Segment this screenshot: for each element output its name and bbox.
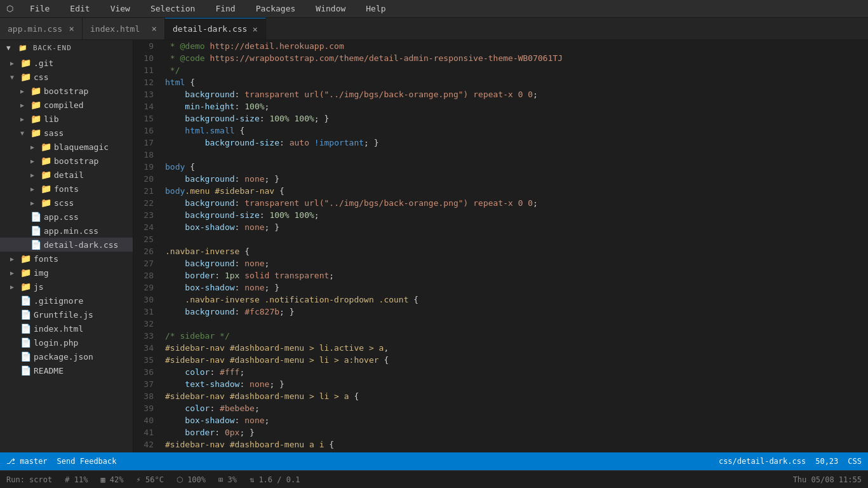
tab-app-min-css[interactable]: app.min.css × <box>0 18 83 39</box>
network-speed: ⇅ 1.6 / 0.1 <box>250 475 300 484</box>
code-line: #sidebar-nav #dashboard-menu > li.active… <box>165 342 862 354</box>
menu-selection[interactable]: Selection <box>147 3 199 15</box>
folder-icon: 📁 <box>20 268 31 278</box>
folder-icon: 📁 <box>41 170 51 180</box>
sidebar-item-detail-dark-css[interactable]: 📄 detail-dark.css <box>0 238 133 252</box>
file-icon: 📄 <box>20 337 31 348</box>
file-icon: 📄 <box>30 212 41 222</box>
sidebar-item-label: bootstrap <box>44 86 88 96</box>
language-mode[interactable]: CSS <box>848 457 862 466</box>
feedback-button[interactable]: Send Feedback <box>57 457 117 466</box>
sidebar-item-label: lib <box>44 114 58 124</box>
file-icon: 📄 <box>30 226 41 236</box>
sidebar-item-gitignore[interactable]: 📄 .gitignore <box>0 294 133 308</box>
code-line: .navbar-inverse .notification-dropdown .… <box>165 294 862 306</box>
sidebar-item-lib[interactable]: ▶ 📁 lib <box>0 112 133 126</box>
code-line: box-shadow: none; <box>165 414 862 426</box>
sidebar-item-package-json[interactable]: 📄 package.json <box>0 349 133 363</box>
sidebar-item-fonts[interactable]: ▶ 📁 fonts <box>0 252 133 266</box>
datetime: Thu 05/08 11:55 <box>793 475 862 484</box>
branch-label: master <box>20 457 47 466</box>
menu-file[interactable]: File <box>26 3 53 15</box>
sidebar-item-index-html[interactable]: 📄 index.html <box>0 322 133 336</box>
close-icon[interactable]: × <box>152 24 157 34</box>
sidebar-item-readme[interactable]: 📄 README <box>0 363 133 377</box>
code-line: body.menu #sidebar-nav { <box>165 185 862 197</box>
temp-icon: ⚡ <box>137 475 145 484</box>
sidebar-item-detail[interactable]: ▶ 📁 detail <box>0 168 133 182</box>
sidebar-item-label: bootstrap <box>54 156 98 166</box>
file-icon: 📄 <box>20 295 31 306</box>
sidebar-item-gruntfile[interactable]: 📄 Gruntfile.js <box>0 308 133 322</box>
bottom-bar: Run: scrot # 11% ▦ 42% ⚡ 56°C ⬡ 100% ⊞ 3… <box>0 470 868 488</box>
sidebar-item-label: .gitignore <box>34 296 83 306</box>
sidebar-item-label: package.json <box>34 352 93 362</box>
line-numbers: 910111213 1415161718 1920212223 24252627… <box>133 40 159 452</box>
code-line: * @demo http://detail.herokuapp.com <box>165 40 862 52</box>
battery-icon: ⬡ <box>177 475 187 484</box>
sidebar-item-label: .git <box>34 58 53 68</box>
tab-index-html[interactable]: index.html × <box>83 18 165 39</box>
file-icon: 📄 <box>20 351 31 362</box>
code-line: #sidebar-nav #dashboard-menu a i { <box>165 438 862 451</box>
menu-view[interactable]: View <box>107 3 134 15</box>
menu-help[interactable]: Help <box>362 3 389 15</box>
sidebar-item-label: scss <box>54 198 74 208</box>
mem2-icon: ⊞ <box>218 475 227 484</box>
sidebar-header: ▼ 📁 back-end <box>0 40 133 56</box>
sidebar-item-sass-bootstrap[interactable]: ▶ 📁 bootstrap <box>0 154 133 168</box>
close-icon[interactable]: × <box>69 24 74 34</box>
status-left: ⎇ master Send Feedback <box>6 457 117 466</box>
arrow-icon: ▶ <box>30 200 41 207</box>
code-editor[interactable]: 910111213 1415161718 1920212223 24252627… <box>133 40 868 452</box>
folder-icon: 📁 <box>30 114 41 124</box>
close-icon[interactable]: × <box>252 24 257 34</box>
tab-bar: app.min.css × index.html × detail-dark.c… <box>0 18 868 40</box>
menu-edit[interactable]: Edit <box>66 3 93 15</box>
sidebar-item-sass-fonts[interactable]: ▶ 📁 fonts <box>0 182 133 196</box>
code-line: text-shadow: none; } <box>165 378 862 390</box>
main-area: ▼ 📁 back-end ▶ 📁 .git ▼ 📁 css ▶ 📁 bootst… <box>0 40 868 452</box>
code-line <box>165 318 862 330</box>
sidebar-item-label: sass <box>44 128 63 138</box>
sidebar-item-js[interactable]: ▶ 📁 js <box>0 280 133 294</box>
git-branch[interactable]: ⎇ master <box>6 457 48 466</box>
memory-percent: ▦ 42% <box>100 475 123 484</box>
sidebar-item-label: detail-dark.css <box>44 240 118 250</box>
code-line: /* sidebar */ <box>165 330 862 342</box>
folder-icon: 📁 <box>20 58 31 68</box>
file-icon: 📄 <box>30 240 41 250</box>
sidebar-item-login-php[interactable]: 📄 login.php <box>0 336 133 349</box>
tab-detail-dark-css[interactable]: detail-dark.css × <box>165 18 266 39</box>
code-line: html { <box>165 76 862 88</box>
temperature: ⚡ 56°C <box>137 475 164 484</box>
arrow-icon: ▶ <box>30 172 41 179</box>
menu-find[interactable]: Find <box>211 3 239 15</box>
folder-icon: 📁 <box>20 281 31 292</box>
code-line: box-shadow: none; } <box>165 281 862 294</box>
arrow-icon: ▶ <box>20 88 30 95</box>
code-line: background: #fc827b; } <box>165 306 862 318</box>
menu-packages[interactable]: Packages <box>252 3 300 15</box>
sidebar-item-scss[interactable]: ▶ 📁 scss <box>0 196 133 210</box>
cpu-icon: # <box>65 475 74 484</box>
code-line: border: 0px; } <box>165 426 862 438</box>
sidebar-item-bootstrap[interactable]: ▶ 📁 bootstrap <box>0 84 133 98</box>
sidebar-item-blaquemagic[interactable]: ▶ 📁 blaquemagic <box>0 140 133 154</box>
code-line: background: transparent url("../img/bgs/… <box>165 88 862 100</box>
menu-window[interactable]: Window <box>312 3 349 15</box>
sidebar-item-sass[interactable]: ▼ 📁 sass <box>0 126 133 140</box>
sidebar-item-compiled[interactable]: ▶ 📁 compiled <box>0 98 133 112</box>
app-icon: ⬡ <box>6 4 13 13</box>
sidebar-item-git[interactable]: ▶ 📁 .git <box>0 56 133 70</box>
cursor-position[interactable]: 50,23 <box>815 457 838 466</box>
code-line: .navbar-inverse { <box>165 245 862 257</box>
arrow-icon: ▶ <box>10 269 20 276</box>
sidebar-item-app-css[interactable]: 📄 app.css <box>0 210 133 224</box>
sidebar-item-app-min-css[interactable]: 📄 app.min.css <box>0 224 133 238</box>
sidebar-item-css[interactable]: ▼ 📁 css <box>0 70 133 84</box>
sidebar-item-label: compiled <box>44 100 84 110</box>
sidebar-item-img[interactable]: ▶ 📁 img <box>0 266 133 280</box>
sidebar-item-label: css <box>34 72 48 82</box>
titlebar: ⬡ File Edit View Selection Find Packages… <box>0 0 868 18</box>
